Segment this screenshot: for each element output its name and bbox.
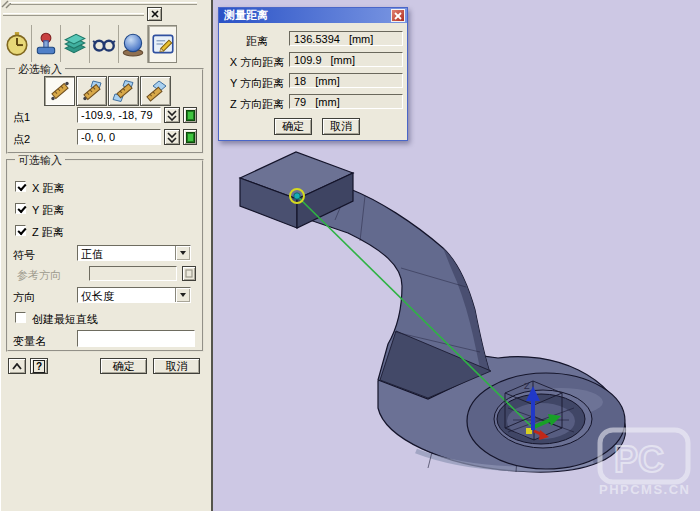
tab-sphere[interactable] — [119, 25, 148, 63]
tab-layers[interactable] — [61, 25, 90, 63]
watermark-logo: PC — [614, 439, 664, 480]
sphere-icon — [120, 31, 146, 57]
direction-dropdown[interactable]: 仅长度 — [77, 287, 191, 303]
variable-name-input[interactable] — [77, 330, 195, 347]
panel-ok-label: 确定 — [113, 359, 135, 374]
dropdown-arrow-icon[interactable] — [175, 288, 190, 302]
create-shortest-line-checkbox[interactable] — [15, 312, 26, 323]
dialog-close-button[interactable] — [391, 9, 405, 22]
point1-options-button[interactable] — [164, 107, 180, 123]
required-group-title: 必选输入 — [15, 62, 65, 77]
z-distance-checkbox[interactable] — [15, 225, 26, 236]
watermark-site: PHPCMS.CN — [599, 482, 691, 497]
point1-input[interactable] — [77, 107, 161, 123]
note-pencil-icon — [150, 31, 176, 57]
dialog-ok-label: 确定 — [282, 119, 304, 134]
close-icon — [151, 10, 159, 18]
glasses-icon — [91, 31, 117, 57]
reference-direction-picker-button — [182, 266, 196, 281]
chevron-up-icon — [12, 363, 22, 370]
panel-cancel-button[interactable]: 取消 — [153, 358, 200, 374]
measure-mode-buttons — [44, 76, 171, 106]
bracket-part[interactable] — [240, 152, 626, 472]
y-direction-value: 18 — [294, 75, 306, 87]
z-distance-label: Z 距离 — [32, 225, 64, 240]
distance-value: 136.5394 — [294, 33, 340, 45]
direction-value: 仅长度 — [78, 288, 175, 302]
ruler-plane-icon — [144, 79, 168, 103]
x-distance-checkbox[interactable] — [15, 181, 26, 192]
symbol-label: 符号 — [13, 248, 35, 263]
distance-unit: [mm] — [349, 33, 373, 45]
layers-icon — [62, 31, 88, 57]
mode-point-to-plane-button[interactable] — [140, 76, 171, 106]
y-direction-value-box: 18 [mm] — [289, 73, 403, 88]
double-chevron-down-icon — [167, 110, 177, 121]
x-direction-value: 109.9 — [294, 54, 322, 66]
ruler-point-object-icon — [80, 79, 104, 103]
help-icon: ? — [33, 360, 45, 373]
tab-glasses[interactable] — [90, 25, 119, 63]
point2-options-button[interactable] — [164, 129, 180, 145]
distance-label: 距离 — [227, 34, 287, 49]
point2-input[interactable] — [77, 129, 161, 145]
tab-measure-note[interactable] — [148, 25, 177, 63]
mode-point-to-object-button[interactable] — [76, 76, 107, 106]
reference-direction-field — [89, 266, 177, 281]
dialog-ok-button[interactable]: 确定 — [274, 118, 312, 135]
x-distance-label: X 距离 — [32, 181, 64, 196]
green-led-icon — [186, 110, 195, 121]
z-direction-value-box: 79 [mm] — [289, 94, 403, 109]
create-shortest-line-label: 创建最短直线 — [32, 312, 98, 327]
point1-inherit-button[interactable] — [183, 107, 197, 123]
x-direction-unit: [mm] — [331, 54, 355, 66]
tab-stamp[interactable] — [32, 25, 61, 63]
panel-cancel-label: 取消 — [166, 359, 188, 374]
measure-tool-panel: 必选输入 — [0, 0, 213, 511]
panel-close-button[interactable] — [147, 7, 162, 21]
x-direction-distance-label: X 方向距离 — [227, 55, 287, 70]
z-direction-distance-label: Z 方向距离 — [227, 97, 287, 112]
dialog-cancel-button[interactable]: 取消 — [322, 118, 360, 135]
stamp-icon — [33, 31, 59, 57]
y-distance-label: Y 距离 — [32, 203, 64, 218]
z-axis-label: Z — [524, 381, 530, 391]
close-icon — [394, 12, 402, 20]
z-direction-unit: [mm] — [315, 96, 339, 108]
direction-label: 方向 — [13, 290, 35, 305]
point1-label: 点1 — [13, 110, 30, 125]
x-direction-value-box: 109.9 [mm] — [289, 52, 403, 67]
panel-ok-button[interactable]: 确定 — [100, 358, 147, 374]
optional-group-title: 可选输入 — [15, 153, 65, 168]
point2-inherit-button[interactable] — [183, 129, 197, 145]
green-led-icon — [186, 132, 195, 143]
mode-point-to-point-button[interactable] — [44, 76, 75, 106]
variable-name-label: 变量名 — [13, 334, 46, 349]
distance-value-box: 136.5394 [mm] — [289, 31, 403, 46]
double-chevron-down-icon — [167, 132, 177, 143]
panel-drag-grip[interactable] — [9, 2, 197, 5]
symbol-value: 正值 — [78, 246, 175, 260]
help-button[interactable]: ? — [30, 358, 48, 374]
measure-distance-dialog: 测量距离 距离 136.5394 [mm] X 方向距离 109.9 [mm] … — [218, 7, 408, 141]
dropdown-arrow-icon[interactable] — [175, 246, 190, 260]
y-direction-unit: [mm] — [315, 75, 339, 87]
y-distance-checkbox[interactable] — [15, 203, 26, 214]
panel-tab-bar — [3, 25, 177, 63]
collapse-button[interactable] — [8, 358, 26, 374]
z-direction-value: 79 — [294, 96, 306, 108]
reference-direction-label: 参考方向 — [17, 268, 61, 283]
symbol-dropdown[interactable]: 正值 — [77, 245, 191, 261]
vector-pick-icon — [185, 269, 193, 278]
dialog-titlebar[interactable]: 测量距离 — [219, 8, 407, 23]
ruler-points-icon — [48, 79, 72, 103]
ruler-objects-icon — [112, 79, 136, 103]
mode-object-to-object-button[interactable] — [108, 76, 139, 106]
point2-label: 点2 — [13, 132, 30, 147]
app-root: { "panel": { "tabs": [ {"name": "clock"}… — [0, 0, 700, 511]
tab-clock[interactable] — [3, 25, 32, 63]
clock-icon — [4, 31, 30, 57]
y-direction-distance-label: Y 方向距离 — [227, 76, 287, 91]
dialog-title: 测量距离 — [224, 8, 268, 23]
panel-drag-grip-2[interactable] — [3, 13, 144, 16]
